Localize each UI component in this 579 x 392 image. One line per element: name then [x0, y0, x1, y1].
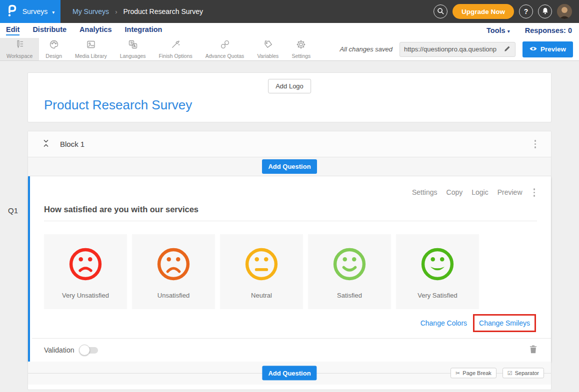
toolbar-label: Languages: [120, 53, 146, 59]
toolbar-item-finish-options[interactable]: Finish Options: [152, 38, 199, 60]
option-satisfied[interactable]: Satisfied: [308, 234, 391, 309]
palette-icon: [49, 39, 59, 51]
toolbar-item-advance-quotas[interactable]: Advance Quotas: [199, 38, 251, 60]
survey-title[interactable]: Product Research Survey: [44, 97, 192, 113]
option-neutral[interactable]: Neutral: [220, 234, 303, 309]
toolbar-item-variables[interactable]: Variables: [250, 38, 285, 60]
question-preview-link[interactable]: Preview: [498, 188, 522, 196]
option-label: Unsatisfied: [158, 292, 190, 299]
edit-pencil-icon[interactable]: [504, 45, 511, 54]
chevron-down-icon: ▾: [52, 9, 54, 15]
change-smileys-link[interactable]: Change Smileys: [479, 319, 530, 327]
question-copy-link[interactable]: Copy: [446, 188, 463, 196]
preview-label: Preview: [540, 45, 566, 53]
preview-button[interactable]: Preview: [522, 41, 573, 57]
help-button[interactable]: ?: [519, 4, 533, 18]
eye-icon: [530, 45, 537, 53]
chevron-down-icon: ▾: [508, 28, 510, 34]
separator-label: Separator: [515, 370, 539, 376]
smiley-links-row: Change Colors Change Smileys: [44, 314, 537, 332]
question-divider: [44, 221, 537, 221]
question-logic-link[interactable]: Logic: [472, 188, 488, 196]
breadcrumb: My Surveys › Product Research Survey: [72, 7, 203, 15]
question-id: Q1: [8, 206, 18, 215]
page-break-label: Page Break: [462, 370, 491, 376]
app-menu-label: Surveys: [22, 7, 48, 15]
add-logo-button[interactable]: Add Logo: [268, 79, 311, 93]
tab-distribute[interactable]: Distribute: [32, 25, 66, 35]
trash-icon: [530, 348, 537, 355]
tab-integration[interactable]: Integration: [125, 25, 162, 35]
breadcrumb-current-survey: Product Research Survey: [123, 7, 203, 15]
change-colors-link[interactable]: Change Colors: [420, 319, 467, 327]
block-menu-kebab-icon[interactable]: [532, 138, 538, 150]
block-title: Block 1: [60, 140, 84, 148]
avatar[interactable]: [557, 4, 572, 19]
question-card: Q1 Settings Copy Logic Preview How satis…: [28, 176, 551, 362]
toolbar-label: Advance Quotas: [206, 53, 244, 59]
toolbar-right: All changes saved Preview: [340, 38, 579, 60]
toolbar-label: Workspace: [6, 53, 32, 59]
search-icon: [436, 7, 444, 16]
tab-edit[interactable]: Edit: [6, 25, 20, 35]
block-header: Block 1: [28, 131, 551, 157]
option-label: Very Satisfied: [418, 292, 458, 299]
toolbar-label: Settings: [292, 53, 310, 59]
question-text[interactable]: How satisfied are you with our services: [44, 205, 537, 214]
validation-toggle[interactable]: [79, 345, 100, 356]
breadcrumb-separator: ›: [115, 8, 117, 15]
option-unsatisfied[interactable]: Unsatisfied: [132, 234, 215, 309]
surveys-app-menu[interactable]: Surveys ▾: [0, 0, 60, 23]
separator-button[interactable]: ☑ Separator: [502, 368, 544, 378]
toolbar-label: Media Library: [75, 53, 107, 59]
option-label: Satisfied: [337, 292, 362, 299]
smiley-big-smile-icon: [420, 246, 456, 282]
delete-question-button[interactable]: [530, 345, 537, 355]
toolbar-item-media-library[interactable]: Media Library: [68, 38, 114, 60]
toolbar-item-languages[interactable]: Languages: [114, 38, 152, 60]
smiley-options: Very Unsatisfied Unsatisfied: [44, 234, 537, 309]
checkbox-checked-icon: ☑: [508, 370, 512, 376]
block-footer: Add Question ✂ Page Break ☑ Separator: [28, 362, 551, 385]
notifications-button[interactable]: [538, 4, 552, 18]
toolbar-label: Finish Options: [159, 53, 192, 59]
toolbar-label: Design: [46, 53, 62, 59]
smiley-frown-icon: [68, 246, 104, 282]
save-status: All changes saved: [340, 45, 392, 53]
footer-right-buttons: ✂ Page Break ☑ Separator: [450, 368, 544, 378]
collapse-block-button[interactable]: [42, 139, 50, 149]
option-label: Neutral: [251, 292, 272, 299]
toolbar-item-settings[interactable]: Settings: [285, 38, 317, 60]
help-icon: ?: [524, 7, 528, 15]
collapse-icon: [42, 139, 50, 149]
breadcrumb-my-surveys[interactable]: My Surveys: [72, 7, 109, 15]
tools-dropdown[interactable]: Tools ▾: [486, 26, 510, 34]
option-very-unsatisfied[interactable]: Very Unsatisfied: [44, 234, 127, 309]
chain-link-icon: [220, 39, 230, 51]
option-very-satisfied[interactable]: Very Satisfied: [396, 234, 479, 309]
tab-analytics[interactable]: Analytics: [80, 25, 112, 35]
survey-url-input[interactable]: [404, 45, 501, 53]
search-button[interactable]: [434, 4, 448, 18]
add-question-button-bottom[interactable]: Add Question: [262, 366, 316, 380]
validation-label: Validation: [44, 346, 74, 354]
validation-row: Validation: [32, 338, 551, 362]
magic-wand-icon: [170, 39, 180, 51]
toolbar-item-workspace[interactable]: Workspace: [0, 38, 39, 60]
question-menu-kebab-icon[interactable]: [532, 186, 538, 199]
tools-label: Tools: [486, 26, 506, 34]
image-icon: [86, 39, 96, 51]
bell-icon: [542, 7, 549, 16]
question-settings-link[interactable]: Settings: [412, 188, 438, 196]
toolbar-label: Variables: [257, 53, 278, 59]
add-question-button-top[interactable]: Add Question: [262, 159, 316, 174]
survey-header-card: Add Logo Product Research Survey: [28, 72, 552, 122]
responses-count: Responses: 0: [525, 26, 572, 34]
nav-tabs: Edit Distribute Analytics Integration: [6, 25, 162, 35]
toolbar-item-design[interactable]: Design: [39, 38, 68, 60]
editor-toolbar: Workspace Design Media Library: [0, 38, 579, 61]
upgrade-now-button[interactable]: Upgrade Now: [452, 4, 514, 19]
survey-url-box: [400, 42, 516, 57]
option-label: Very Unsatisfied: [62, 292, 109, 299]
page-break-button[interactable]: ✂ Page Break: [450, 368, 496, 378]
